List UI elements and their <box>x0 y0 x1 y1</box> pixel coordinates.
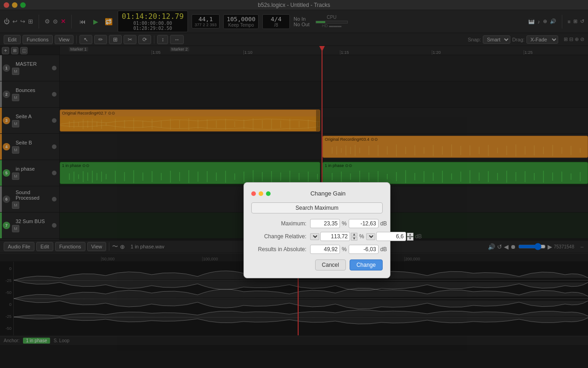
modal-overlay: Change Gain Search Maximum Maximum: % dB… <box>0 0 588 368</box>
maximum-db-unit: dB <box>380 220 387 227</box>
search-maximum-button[interactable]: Search Maximum <box>251 202 383 213</box>
change-relative-pct-unit: % <box>359 233 364 240</box>
modal-title-bar: Change Gain <box>251 190 383 197</box>
modal-close-dot[interactable] <box>251 191 256 196</box>
maximum-pct-input[interactable] <box>310 219 340 228</box>
results-row: Results in Absolute: % dB <box>251 245 383 254</box>
results-label: Results in Absolute: <box>251 246 306 253</box>
stepper-up-pct[interactable]: ▲ <box>351 233 357 236</box>
modal-max-dot[interactable] <box>266 191 271 196</box>
dialog-title: Change Gain <box>273 190 383 197</box>
modal-footer: Cancel Change <box>251 259 383 270</box>
change-relative-label: Change Relative: <box>251 233 306 240</box>
change-relative-mode-select[interactable]: ∨ <box>310 233 319 240</box>
cancel-button[interactable]: Cancel <box>315 259 346 270</box>
results-pct-input[interactable] <box>310 245 340 254</box>
change-relative-pct-group: ∨ ▲ ▼ <box>310 232 357 241</box>
change-button[interactable]: Change <box>350 259 383 270</box>
maximum-db-input[interactable] <box>349 219 379 228</box>
maximum-row: Maximum: % dB <box>251 219 383 228</box>
change-relative-db-unit: dB <box>415 233 422 240</box>
maximum-label: Maximum: <box>251 220 306 227</box>
change-relative-db-mode-select[interactable]: ∨ <box>366 233 375 240</box>
change-relative-pct-input[interactable] <box>320 232 350 241</box>
modal-min-dot[interactable] <box>259 191 263 196</box>
change-relative-db-input[interactable] <box>376 232 406 241</box>
results-db-input[interactable] <box>349 245 379 254</box>
stepper-down-pct[interactable]: ▼ <box>351 237 357 241</box>
stepper-down-db[interactable]: ▼ <box>407 237 413 241</box>
change-relative-row: Change Relative: ∨ ▲ ▼ % ∨ ▲ ▼ <box>251 232 383 241</box>
maximum-pct-unit: % <box>342 220 347 227</box>
change-gain-dialog: Change Gain Search Maximum Maximum: % dB… <box>243 182 390 278</box>
change-relative-pct-stepper: ▲ ▼ <box>351 233 357 241</box>
change-relative-db-stepper: ▲ ▼ <box>407 233 413 241</box>
results-pct-unit: % <box>342 246 347 253</box>
stepper-up-db[interactable]: ▲ <box>407 233 413 236</box>
results-db-unit: dB <box>380 246 387 253</box>
change-relative-db-group: ∨ ▲ ▼ <box>366 232 413 241</box>
